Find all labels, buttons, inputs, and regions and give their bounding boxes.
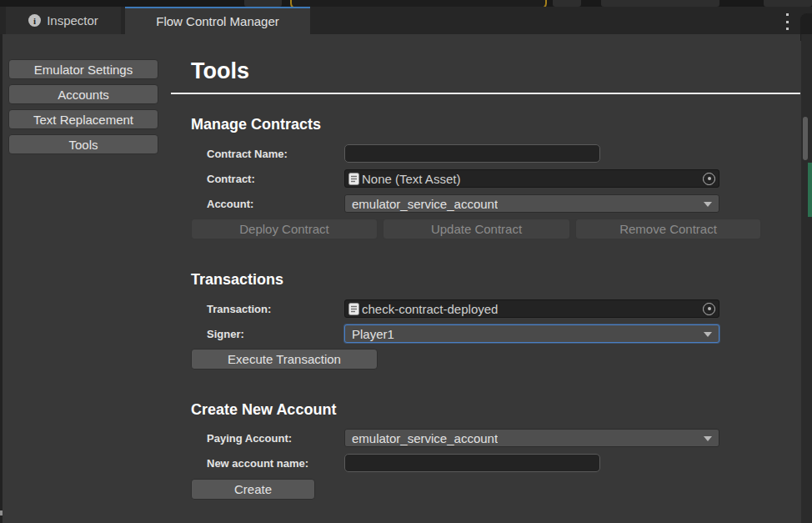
adjacent-panel-edge: [801, 34, 812, 523]
sidebar-item-tools[interactable]: Tools: [8, 134, 158, 154]
sidebar-item-emulator-settings[interactable]: Emulator Settings: [8, 59, 158, 79]
contract-name-input[interactable]: [344, 144, 600, 163]
object-picker-icon[interactable]: [703, 303, 715, 315]
chevron-down-icon: [704, 436, 712, 441]
deploy-contract-button[interactable]: Deploy Contract: [191, 219, 378, 239]
update-contract-button[interactable]: Update Contract: [383, 219, 570, 239]
flow-control-manager-window: i Inspector Flow Control Manager Emulato…: [0, 0, 812, 523]
create-new-account-heading: Create New Account: [191, 401, 336, 419]
text-asset-icon: [348, 173, 359, 185]
tab-bar: i Inspector Flow Control Manager: [0, 7, 812, 34]
tab-flow-control-manager[interactable]: Flow Control Manager: [125, 7, 310, 34]
chevron-down-icon: [704, 332, 712, 337]
toolbar-fragment: [764, 0, 812, 7]
left-edge-tick: [0, 510, 3, 515]
left-panel-border: [0, 34, 3, 523]
paying-account-dropdown-value: emulator_service_account: [352, 431, 498, 445]
info-icon: i: [28, 14, 41, 27]
signer-dropdown-value: Player1: [352, 327, 394, 341]
account-label: Account:: [207, 198, 253, 210]
background-toolbar-sliver: [0, 0, 812, 7]
scrollbar-thumb[interactable]: [803, 117, 808, 160]
toolbar-fragment: [244, 0, 282, 7]
green-indicator-bar: [808, 163, 812, 217]
remove-contract-button[interactable]: Remove Contract: [575, 219, 761, 239]
text-asset-icon: [348, 303, 359, 315]
account-dropdown[interactable]: emulator_service_account: [344, 194, 719, 213]
tab-inspector[interactable]: i Inspector: [6, 7, 121, 34]
new-account-name-label: New account name:: [207, 457, 308, 470]
contract-object-value: None (Text Asset): [362, 172, 703, 186]
tab-flow-control-manager-label: Flow Control Manager: [156, 14, 279, 28]
account-dropdown-value: emulator_service_account: [352, 197, 498, 211]
signer-dropdown[interactable]: Player1: [344, 324, 719, 343]
contract-name-label: Contract Name:: [207, 148, 288, 160]
contract-object-field[interactable]: None (Text Asset): [344, 169, 719, 188]
transaction-object-field[interactable]: check-contract-deployed: [344, 299, 719, 318]
toolbar-fragment: [601, 0, 719, 7]
chevron-down-icon: [704, 202, 712, 207]
signer-label: Signer:: [207, 328, 244, 340]
transaction-label: Transaction:: [207, 303, 271, 315]
contract-label: Contract:: [207, 173, 255, 185]
manage-contracts-heading: Manage Contracts: [191, 116, 321, 133]
execute-transaction-button[interactable]: Execute Transaction: [191, 349, 378, 370]
object-picker-icon[interactable]: [703, 173, 715, 185]
new-account-name-input[interactable]: [344, 454, 600, 472]
sidebar: Emulator Settings Accounts Text Replacem…: [8, 59, 158, 154]
transaction-object-value: check-contract-deployed: [362, 302, 703, 316]
sidebar-item-accounts[interactable]: Accounts: [8, 84, 158, 104]
toolbar-fragment: [553, 0, 581, 7]
paying-account-label: Paying Account:: [207, 432, 292, 445]
tab-inspector-label: Inspector: [47, 13, 98, 28]
transactions-heading: Transactions: [191, 271, 283, 289]
title-divider: [171, 93, 800, 94]
kebab-menu-icon[interactable]: [782, 13, 792, 31]
paying-account-dropdown[interactable]: emulator_service_account: [344, 429, 719, 447]
create-button[interactable]: Create: [191, 479, 315, 500]
page-title: Tools: [191, 58, 249, 84]
sidebar-item-text-replacement[interactable]: Text Replacement: [8, 109, 158, 129]
